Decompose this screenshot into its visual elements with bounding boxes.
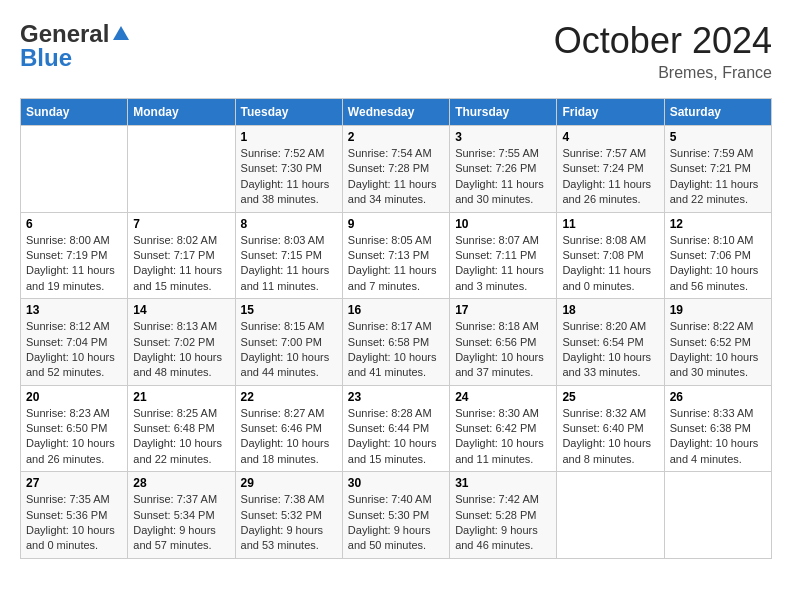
day-info: Sunrise: 8:28 AM Sunset: 6:44 PM Dayligh… xyxy=(348,406,444,468)
calendar-cell xyxy=(557,472,664,559)
day-number: 28 xyxy=(133,476,229,490)
calendar-cell: 17Sunrise: 8:18 AM Sunset: 6:56 PM Dayli… xyxy=(450,299,557,386)
month-title: October 2024 xyxy=(554,20,772,62)
day-number: 23 xyxy=(348,390,444,404)
day-info: Sunrise: 8:07 AM Sunset: 7:11 PM Dayligh… xyxy=(455,233,551,295)
weekday-header-saturday: Saturday xyxy=(664,99,771,126)
day-info: Sunrise: 8:20 AM Sunset: 6:54 PM Dayligh… xyxy=(562,319,658,381)
day-info: Sunrise: 7:52 AM Sunset: 7:30 PM Dayligh… xyxy=(241,146,337,208)
day-number: 20 xyxy=(26,390,122,404)
calendar-cell: 31Sunrise: 7:42 AM Sunset: 5:28 PM Dayli… xyxy=(450,472,557,559)
day-number: 21 xyxy=(133,390,229,404)
calendar-cell: 6Sunrise: 8:00 AM Sunset: 7:19 PM Daylig… xyxy=(21,212,128,299)
day-info: Sunrise: 8:25 AM Sunset: 6:48 PM Dayligh… xyxy=(133,406,229,468)
calendar-table: SundayMondayTuesdayWednesdayThursdayFrid… xyxy=(20,98,772,559)
weekday-header-tuesday: Tuesday xyxy=(235,99,342,126)
day-number: 13 xyxy=(26,303,122,317)
day-info: Sunrise: 8:18 AM Sunset: 6:56 PM Dayligh… xyxy=(455,319,551,381)
day-number: 25 xyxy=(562,390,658,404)
calendar-cell: 18Sunrise: 8:20 AM Sunset: 6:54 PM Dayli… xyxy=(557,299,664,386)
calendar-cell xyxy=(128,126,235,213)
weekday-header-thursday: Thursday xyxy=(450,99,557,126)
day-number: 6 xyxy=(26,217,122,231)
day-info: Sunrise: 8:22 AM Sunset: 6:52 PM Dayligh… xyxy=(670,319,766,381)
calendar-cell: 26Sunrise: 8:33 AM Sunset: 6:38 PM Dayli… xyxy=(664,385,771,472)
calendar-cell: 8Sunrise: 8:03 AM Sunset: 7:15 PM Daylig… xyxy=(235,212,342,299)
calendar-cell: 12Sunrise: 8:10 AM Sunset: 7:06 PM Dayli… xyxy=(664,212,771,299)
calendar-cell: 5Sunrise: 7:59 AM Sunset: 7:21 PM Daylig… xyxy=(664,126,771,213)
weekday-header-sunday: Sunday xyxy=(21,99,128,126)
day-number: 3 xyxy=(455,130,551,144)
day-info: Sunrise: 8:30 AM Sunset: 6:42 PM Dayligh… xyxy=(455,406,551,468)
calendar-cell: 2Sunrise: 7:54 AM Sunset: 7:28 PM Daylig… xyxy=(342,126,449,213)
calendar-cell: 11Sunrise: 8:08 AM Sunset: 7:08 PM Dayli… xyxy=(557,212,664,299)
weekday-header-friday: Friday xyxy=(557,99,664,126)
calendar-cell: 22Sunrise: 8:27 AM Sunset: 6:46 PM Dayli… xyxy=(235,385,342,472)
day-number: 12 xyxy=(670,217,766,231)
day-number: 1 xyxy=(241,130,337,144)
calendar-cell xyxy=(21,126,128,213)
day-number: 16 xyxy=(348,303,444,317)
logo-text-blue: Blue xyxy=(20,44,72,72)
calendar-cell: 30Sunrise: 7:40 AM Sunset: 5:30 PM Dayli… xyxy=(342,472,449,559)
calendar-cell: 27Sunrise: 7:35 AM Sunset: 5:36 PM Dayli… xyxy=(21,472,128,559)
calendar-cell: 10Sunrise: 8:07 AM Sunset: 7:11 PM Dayli… xyxy=(450,212,557,299)
day-number: 18 xyxy=(562,303,658,317)
day-info: Sunrise: 8:33 AM Sunset: 6:38 PM Dayligh… xyxy=(670,406,766,468)
day-number: 8 xyxy=(241,217,337,231)
day-info: Sunrise: 8:27 AM Sunset: 6:46 PM Dayligh… xyxy=(241,406,337,468)
day-info: Sunrise: 7:38 AM Sunset: 5:32 PM Dayligh… xyxy=(241,492,337,554)
day-info: Sunrise: 7:40 AM Sunset: 5:30 PM Dayligh… xyxy=(348,492,444,554)
day-info: Sunrise: 8:17 AM Sunset: 6:58 PM Dayligh… xyxy=(348,319,444,381)
weekday-header-monday: Monday xyxy=(128,99,235,126)
calendar-cell: 29Sunrise: 7:38 AM Sunset: 5:32 PM Dayli… xyxy=(235,472,342,559)
calendar-cell: 4Sunrise: 7:57 AM Sunset: 7:24 PM Daylig… xyxy=(557,126,664,213)
calendar-cell: 19Sunrise: 8:22 AM Sunset: 6:52 PM Dayli… xyxy=(664,299,771,386)
title-block: October 2024 Bremes, France xyxy=(554,20,772,82)
calendar-cell: 21Sunrise: 8:25 AM Sunset: 6:48 PM Dayli… xyxy=(128,385,235,472)
calendar-cell: 7Sunrise: 8:02 AM Sunset: 7:17 PM Daylig… xyxy=(128,212,235,299)
day-number: 5 xyxy=(670,130,766,144)
calendar-cell: 9Sunrise: 8:05 AM Sunset: 7:13 PM Daylig… xyxy=(342,212,449,299)
day-info: Sunrise: 7:54 AM Sunset: 7:28 PM Dayligh… xyxy=(348,146,444,208)
day-number: 22 xyxy=(241,390,337,404)
day-info: Sunrise: 8:05 AM Sunset: 7:13 PM Dayligh… xyxy=(348,233,444,295)
logo: General Blue xyxy=(20,20,131,72)
day-number: 27 xyxy=(26,476,122,490)
calendar-cell: 16Sunrise: 8:17 AM Sunset: 6:58 PM Dayli… xyxy=(342,299,449,386)
day-number: 11 xyxy=(562,217,658,231)
calendar-cell: 28Sunrise: 7:37 AM Sunset: 5:34 PM Dayli… xyxy=(128,472,235,559)
calendar-cell: 1Sunrise: 7:52 AM Sunset: 7:30 PM Daylig… xyxy=(235,126,342,213)
calendar-cell: 13Sunrise: 8:12 AM Sunset: 7:04 PM Dayli… xyxy=(21,299,128,386)
calendar-cell: 24Sunrise: 8:30 AM Sunset: 6:42 PM Dayli… xyxy=(450,385,557,472)
location-title: Bremes, France xyxy=(554,64,772,82)
day-info: Sunrise: 8:08 AM Sunset: 7:08 PM Dayligh… xyxy=(562,233,658,295)
day-number: 10 xyxy=(455,217,551,231)
day-info: Sunrise: 8:13 AM Sunset: 7:02 PM Dayligh… xyxy=(133,319,229,381)
day-info: Sunrise: 7:55 AM Sunset: 7:26 PM Dayligh… xyxy=(455,146,551,208)
day-number: 30 xyxy=(348,476,444,490)
day-number: 29 xyxy=(241,476,337,490)
day-info: Sunrise: 7:57 AM Sunset: 7:24 PM Dayligh… xyxy=(562,146,658,208)
svg-marker-0 xyxy=(113,26,129,40)
day-info: Sunrise: 8:15 AM Sunset: 7:00 PM Dayligh… xyxy=(241,319,337,381)
calendar-cell: 20Sunrise: 8:23 AM Sunset: 6:50 PM Dayli… xyxy=(21,385,128,472)
day-info: Sunrise: 7:59 AM Sunset: 7:21 PM Dayligh… xyxy=(670,146,766,208)
day-info: Sunrise: 8:12 AM Sunset: 7:04 PM Dayligh… xyxy=(26,319,122,381)
day-number: 4 xyxy=(562,130,658,144)
calendar-cell xyxy=(664,472,771,559)
page-header: General Blue October 2024 Bremes, France xyxy=(20,20,772,82)
logo-icon xyxy=(111,24,131,44)
calendar-cell: 14Sunrise: 8:13 AM Sunset: 7:02 PM Dayli… xyxy=(128,299,235,386)
calendar-cell: 25Sunrise: 8:32 AM Sunset: 6:40 PM Dayli… xyxy=(557,385,664,472)
day-number: 15 xyxy=(241,303,337,317)
day-info: Sunrise: 8:32 AM Sunset: 6:40 PM Dayligh… xyxy=(562,406,658,468)
day-number: 19 xyxy=(670,303,766,317)
calendar-cell: 23Sunrise: 8:28 AM Sunset: 6:44 PM Dayli… xyxy=(342,385,449,472)
day-number: 9 xyxy=(348,217,444,231)
day-number: 7 xyxy=(133,217,229,231)
day-info: Sunrise: 8:03 AM Sunset: 7:15 PM Dayligh… xyxy=(241,233,337,295)
calendar-cell: 3Sunrise: 7:55 AM Sunset: 7:26 PM Daylig… xyxy=(450,126,557,213)
day-info: Sunrise: 8:00 AM Sunset: 7:19 PM Dayligh… xyxy=(26,233,122,295)
day-info: Sunrise: 8:23 AM Sunset: 6:50 PM Dayligh… xyxy=(26,406,122,468)
